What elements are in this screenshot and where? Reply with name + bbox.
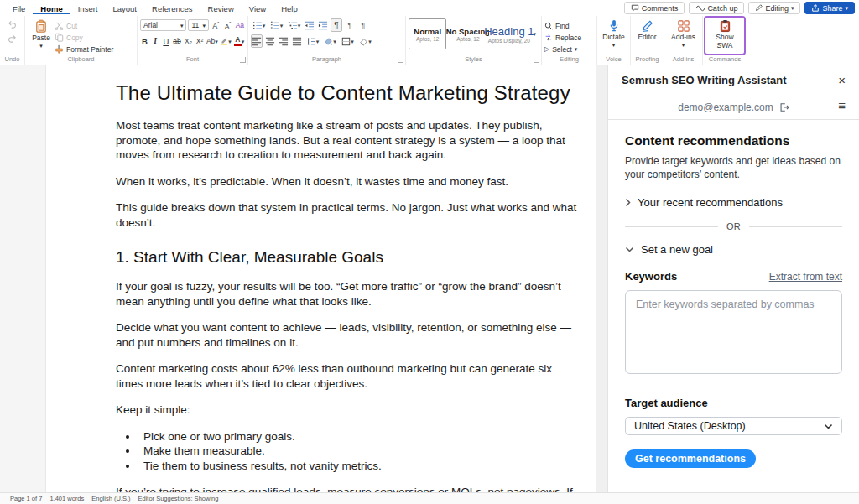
document-paragraph: Most teams treat content marketing like … <box>116 118 578 163</box>
grow-font-button[interactable]: Aˆ <box>211 18 221 32</box>
dialog-launcher-icon[interactable] <box>398 57 403 63</box>
editor-button[interactable]: Editor <box>634 18 661 55</box>
hamburger-menu-icon[interactable]: ≡ <box>838 98 846 112</box>
clear-formatting-button[interactable]: Aa <box>235 18 245 32</box>
find-button[interactable]: Find <box>544 20 594 31</box>
format-painter-button[interactable]: Format Painter <box>55 44 113 55</box>
menu-insert[interactable]: Insert <box>70 3 106 14</box>
panel-title: Semrush SEO Writing Assistant <box>622 74 787 86</box>
catch-up-button[interactable]: Catch up <box>689 2 744 14</box>
borders-button[interactable]: ▾ <box>340 34 356 48</box>
ribbon-group-font: Arial▾ 11▾ Aˆ Aˇ Aa B I U ab X₂ X² Ab <box>138 16 248 65</box>
menu-home[interactable]: Home <box>33 3 70 14</box>
document-paragraph: When it works, it’s predictable. When it… <box>116 174 578 190</box>
section-description: Provide target keywords and get ideas ba… <box>625 154 842 181</box>
close-icon[interactable]: × <box>838 74 846 86</box>
share-icon <box>811 4 820 12</box>
subscript-button[interactable]: X₂ <box>184 34 194 48</box>
align-center-icon <box>265 37 275 46</box>
chevron-down-icon: ▾ <box>845 5 848 11</box>
get-recommendations-button[interactable]: Get recommendations <box>625 449 756 468</box>
undo-button[interactable] <box>7 18 18 31</box>
text-effects-button[interactable]: Ab▾ <box>206 34 218 48</box>
language-indicator[interactable]: English (U.S.) <box>91 495 130 502</box>
paint-bucket-button[interactable]: ▾ <box>357 34 373 48</box>
show-swa-button[interactable]: Show SWA <box>711 18 738 55</box>
justify-button[interactable] <box>291 34 303 48</box>
shading-button[interactable]: ▾ <box>322 34 338 48</box>
share-button[interactable]: Share ▾ <box>804 2 855 14</box>
align-left-button[interactable] <box>251 34 263 48</box>
rtl-direction-button[interactable]: ¶ <box>357 18 369 32</box>
menu-file[interactable]: File <box>5 3 33 14</box>
font-name-combo[interactable]: Arial▾ <box>140 19 186 31</box>
menu-help[interactable]: Help <box>273 3 305 14</box>
style-normal[interactable]: Normal Aptos, 12 <box>409 18 446 49</box>
dialog-launcher-icon[interactable] <box>534 57 539 63</box>
add-ins-button[interactable]: Add-ins ▾ <box>670 18 697 55</box>
decrease-indent-button[interactable] <box>304 18 315 32</box>
group-label-addins: Add-ins <box>667 55 700 65</box>
font-size-combo[interactable]: 11▾ <box>188 19 209 31</box>
group-label-undo: Undo <box>3 55 22 65</box>
italic-button[interactable]: I <box>151 34 160 48</box>
or-label: OR <box>726 221 741 231</box>
chevron-down-icon: ▾ <box>228 39 232 44</box>
recent-recommendations-toggle[interactable]: Your recent recommendations <box>625 196 842 209</box>
editing-mode-button[interactable]: Editing ▾ <box>748 2 800 14</box>
underline-button[interactable]: U <box>161 34 170 48</box>
extract-from-text-link[interactable]: Extract from text <box>769 271 842 283</box>
keywords-input[interactable] <box>625 290 842 374</box>
dictate-button[interactable]: Dictate ▾ <box>601 18 627 55</box>
align-left-icon <box>252 37 262 46</box>
cut-button[interactable]: Cut <box>55 20 113 31</box>
bullet-list-button[interactable]: ▾ <box>251 18 267 32</box>
bold-button[interactable]: B <box>140 34 149 48</box>
replace-button[interactable]: Replace <box>544 32 594 43</box>
paste-button[interactable]: Paste ▾ <box>28 18 55 55</box>
ribbon-group-commands: Show SWA Commands <box>703 16 747 65</box>
format-painter-icon <box>55 44 64 54</box>
set-new-goal-toggle[interactable]: Set a new goal <box>625 243 842 256</box>
styles-gallery-expand-button[interactable]: ▾ <box>530 18 539 49</box>
menu-references[interactable]: References <box>144 3 200 14</box>
chevron-down-icon: ▾ <box>180 23 184 29</box>
comments-button[interactable]: Comments <box>624 2 685 14</box>
style-no-spacing[interactable]: No Spacing Aptos, 12 <box>448 18 487 49</box>
chevron-down-icon <box>625 247 634 252</box>
show-formatting-marks-button[interactable]: ¶ <box>331 18 342 32</box>
align-right-button[interactable] <box>278 34 289 48</box>
increase-indent-button[interactable] <box>317 18 329 32</box>
multilevel-list-button[interactable]: ▾ <box>286 18 302 32</box>
highlight-color-button[interactable]: ▾ <box>220 34 232 48</box>
logout-icon[interactable] <box>778 102 789 112</box>
superscript-button[interactable]: X² <box>195 34 205 48</box>
numbered-list-button[interactable]: ▾ <box>268 18 284 32</box>
menu-view[interactable]: View <box>242 3 273 14</box>
document-panel-gap <box>596 65 607 492</box>
editor-suggestions-indicator[interactable]: Editor Suggestions: Showing <box>138 495 219 502</box>
font-color-button[interactable]: A ▾ <box>233 34 245 48</box>
copy-button[interactable]: Copy <box>55 32 113 43</box>
align-center-button[interactable] <box>264 34 276 48</box>
chevron-down-icon: ▾ <box>215 39 218 44</box>
ltr-direction-button[interactable]: ¶ <box>344 18 356 32</box>
strikethrough-button[interactable]: ab <box>172 34 182 48</box>
menu-review[interactable]: Review <box>200 3 242 14</box>
select-button[interactable]: ▷ Select ▾ <box>544 44 594 55</box>
ribbon-group-addins: Add-ins ▾ Add-ins <box>664 16 703 65</box>
menu-layout[interactable]: Layout <box>105 3 144 14</box>
shrink-font-button[interactable]: Aˇ <box>222 18 232 32</box>
line-spacing-button[interactable]: ▾ <box>305 34 320 48</box>
style-heading-1[interactable]: Heading 1 Aptos Display, 20 <box>489 18 528 49</box>
multilevel-list-icon <box>288 21 298 30</box>
document-page[interactable]: The Ultimate Guide to Content Marketing … <box>46 65 596 492</box>
page-count[interactable]: Page 1 of 7 <box>10 495 42 502</box>
document-bullet-item: Pick one or two primary goals. <box>138 429 578 444</box>
dialog-launcher-icon[interactable] <box>240 57 246 63</box>
target-audience-select[interactable]: United States (Desktop) <box>625 417 842 435</box>
chevron-down-icon: ▾ <box>351 39 354 44</box>
chevron-down-icon: ▾ <box>242 39 245 44</box>
redo-button[interactable] <box>7 32 18 45</box>
word-count[interactable]: 1,401 words <box>49 495 84 502</box>
